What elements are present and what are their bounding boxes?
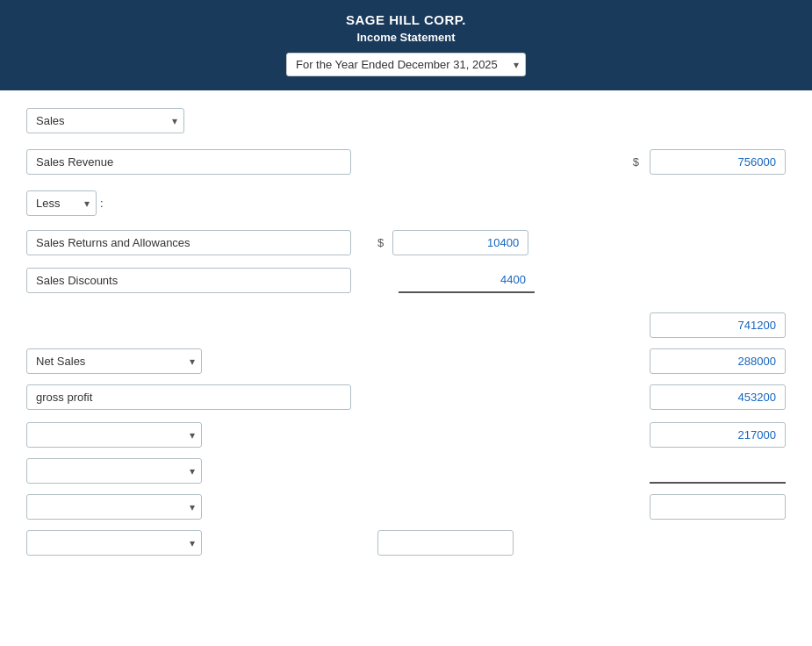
sales-select[interactable]: Sales (26, 108, 184, 133)
dropdown3-select[interactable] (26, 494, 202, 520)
gross-profit-row (26, 384, 786, 410)
gross-profit-input[interactable] (26, 384, 351, 410)
dropdown4-select-wrapper[interactable] (26, 530, 202, 556)
dropdown2-row (26, 458, 786, 484)
net-sales-row: Net Sales (26, 348, 786, 374)
field1-value[interactable] (650, 422, 786, 448)
less-row: Less : (26, 190, 786, 216)
period-select[interactable]: For the Year Ended December 31, 2025 (286, 53, 526, 76)
sales-discounts-value[interactable] (399, 268, 535, 293)
dropdown3-row (26, 494, 786, 520)
net-sales-value[interactable] (650, 348, 786, 374)
net-sales-select-wrapper[interactable]: Net Sales (26, 348, 202, 374)
statement-type: Income Statement (9, 31, 803, 44)
dropdown2-select[interactable] (26, 458, 202, 484)
subtotal-row (26, 312, 786, 338)
dropdown2-select-wrapper[interactable] (26, 458, 202, 484)
sales-row: Sales (26, 108, 786, 133)
sales-revenue-row: $ (26, 149, 786, 175)
sales-returns-value[interactable] (392, 230, 528, 255)
sales-discounts-input[interactable] (26, 268, 351, 293)
dropdown4-row (26, 530, 786, 556)
dollar-sign-revenue2: $ (633, 155, 639, 169)
sales-revenue-input[interactable] (26, 149, 351, 175)
sales-returns-row: $ (26, 230, 786, 255)
sales-select-wrapper[interactable]: Sales (26, 108, 184, 133)
dropdown1-row (26, 422, 786, 448)
sales-col: Sales (26, 108, 377, 133)
net-sales-select[interactable]: Net Sales (26, 348, 202, 374)
sales-discounts-row (26, 268, 786, 293)
dropdown1-select-wrapper[interactable] (26, 422, 202, 448)
period-select-wrapper[interactable]: For the Year Ended December 31, 2025 (286, 53, 526, 76)
dollar-sign-returns: $ (377, 236, 384, 249)
gross-profit-value[interactable] (650, 384, 786, 410)
field4-mid-value[interactable] (377, 530, 514, 556)
less-colon: : (100, 197, 104, 210)
field3-value[interactable] (650, 494, 786, 520)
company-name: SAGE HILL CORP. (9, 12, 803, 27)
dropdown3-select-wrapper[interactable] (26, 494, 202, 520)
dropdown4-select[interactable] (26, 530, 202, 556)
field2-value[interactable] (650, 458, 786, 484)
income-statement-content: Sales $ Less : $ (0, 90, 812, 584)
subtotal-value[interactable] (650, 312, 786, 338)
sales-revenue-value[interactable] (650, 149, 786, 175)
less-select[interactable]: Less (26, 190, 97, 216)
page-header: SAGE HILL CORP. Income Statement For the… (0, 0, 812, 90)
dropdown1-select[interactable] (26, 422, 202, 448)
less-select-wrapper[interactable]: Less (26, 190, 97, 216)
sales-returns-input[interactable] (26, 230, 351, 255)
